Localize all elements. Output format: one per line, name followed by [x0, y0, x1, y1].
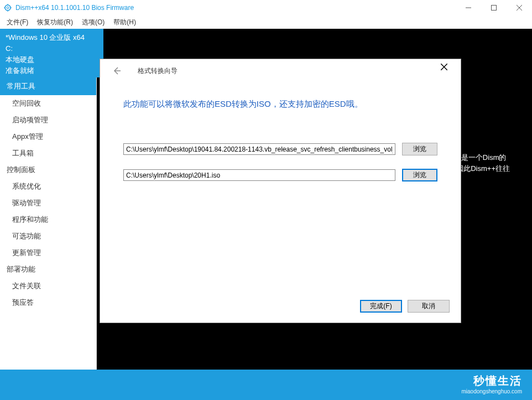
- title-bar: Dism++x64 10.1.1001.10 Bios Firmware: [0, 0, 532, 15]
- dialog-close-button[interactable]: [437, 60, 451, 74]
- target-path-input[interactable]: [123, 169, 395, 181]
- target-row: 浏览: [123, 169, 437, 181]
- sidebar-item-startup[interactable]: 启动项管理: [0, 112, 96, 128]
- window-controls: [456, 0, 532, 15]
- watermark-sub: miaodongshenghuo.com: [461, 388, 522, 394]
- maximize-button[interactable]: [481, 0, 507, 15]
- minimize-button[interactable]: [456, 0, 481, 15]
- menu-bar: 文件(F) 恢复功能(R) 选项(O) 帮助(H): [0, 15, 532, 29]
- source-row: 浏览: [123, 143, 437, 155]
- sidebar-item-preanswer[interactable]: 预应答: [0, 294, 96, 311]
- info-drive: C:: [6, 43, 108, 54]
- svg-rect-7: [492, 6, 497, 11]
- sidebar-item-optimize[interactable]: 系统优化: [0, 178, 96, 195]
- cancel-button[interactable]: 取消: [408, 300, 450, 313]
- sidebar-item-programs[interactable]: 程序和功能: [0, 211, 96, 228]
- dialog-footer: 完成(F) 取消: [360, 300, 450, 313]
- dialog-title: 格式转换向导: [138, 66, 178, 76]
- menu-recovery[interactable]: 恢复功能(R): [33, 17, 77, 28]
- menu-help[interactable]: 帮助(H): [109, 17, 140, 28]
- sidebar-item-space[interactable]: 空间回收: [0, 95, 96, 112]
- sidebar-item-update[interactable]: 更新管理: [0, 245, 96, 261]
- back-button[interactable]: [110, 64, 123, 77]
- watermark-main: 秒懂生活: [461, 373, 522, 388]
- source-path-input[interactable]: [123, 143, 395, 155]
- watermark: 秒懂生活 miaodongshenghuo.com: [461, 373, 522, 394]
- menu-options[interactable]: 选项(O): [77, 17, 109, 28]
- sidebar-item-optional[interactable]: 可选功能: [0, 228, 96, 245]
- sidebar: 常用工具 空间回收 启动项管理 Appx管理 工具箱 控制面板 系统优化 驱动管…: [0, 77, 97, 370]
- dialog-description: 此功能可以将微软发布的ESD转换为ISO，还支持加密的ESD哦。: [123, 99, 437, 110]
- info-status: 准备就绪: [6, 65, 108, 76]
- browse-source-button[interactable]: 浏览: [402, 143, 437, 155]
- dialog-header: 格式转换向导: [100, 59, 461, 82]
- menu-file[interactable]: 文件(F): [2, 17, 33, 28]
- sidebar-section-deploy[interactable]: 部署功能: [0, 261, 96, 278]
- sidebar-item-toolbox[interactable]: 工具箱: [0, 145, 96, 162]
- info-os: *Windows 10 企业版 x64: [6, 32, 108, 43]
- close-button[interactable]: [507, 0, 532, 15]
- sidebar-section-control[interactable]: 控制面板: [0, 162, 96, 178]
- browse-target-button[interactable]: 浏览: [402, 169, 437, 181]
- title-text: Dism++x64 10.1.1001.10 Bios Firmware: [15, 4, 134, 12]
- bottom-bar: 秒懂生活 miaodongshenghuo.com: [0, 370, 532, 400]
- app-icon: [3, 3, 12, 12]
- svg-point-1: [7, 7, 9, 9]
- sidebar-item-driver[interactable]: 驱动管理: [0, 195, 96, 211]
- sidebar-item-appx[interactable]: Appx管理: [0, 128, 96, 145]
- sidebar-section-common[interactable]: 常用工具: [0, 77, 96, 95]
- sidebar-item-fileassoc[interactable]: 文件关联: [0, 278, 96, 294]
- finish-button[interactable]: 完成(F): [360, 300, 402, 313]
- svg-point-0: [5, 5, 11, 11]
- format-wizard-dialog: 格式转换向导 此功能可以将微软发布的ESD转换为ISO，还支持加密的ESD哦。 …: [100, 59, 461, 323]
- dialog-body: 此功能可以将微软发布的ESD转换为ISO，还支持加密的ESD哦。 浏览 浏览: [100, 82, 461, 181]
- info-disk: 本地硬盘: [6, 54, 108, 65]
